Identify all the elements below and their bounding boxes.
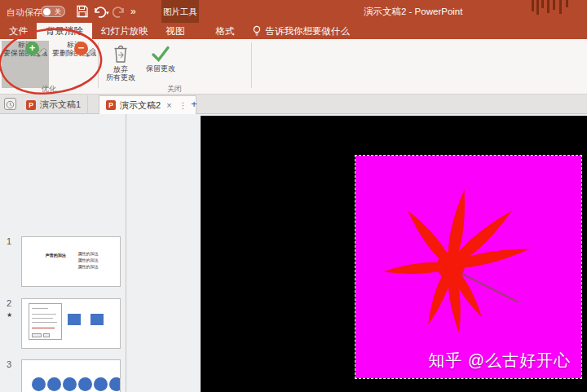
redo-icon[interactable] [113, 4, 127, 19]
tell-me-box[interactable]: 告诉我你想要做什么 [244, 23, 359, 39]
group-divider [98, 42, 99, 88]
maple-leaf-image [355, 156, 581, 378]
picture-background-removal-preview[interactable]: 知乎 @么古好开心 [355, 156, 581, 378]
close-tab-icon[interactable]: × [165, 100, 173, 110]
discard-label-1: 放弃 [103, 65, 139, 73]
keep-changes-label: 保留更改 [140, 64, 181, 73]
trash-icon [113, 44, 129, 64]
slide-number: 1 [7, 236, 11, 246]
mark-remove-button[interactable]: − 标记 要删除的区域 [51, 41, 98, 88]
autosave-toggle-knob [43, 8, 51, 15]
autosave-state-label: 关 [55, 8, 61, 16]
ribbon-background-removal: + 标记 要保留的区域 − 标记 要删除的区域 优化 [0, 39, 587, 95]
powerpoint-window: 自动保存 关 ▾ » 图片工具 演示文稿2 - PowerPoint 文件 [0, 0, 587, 392]
slide-number: 2 [7, 298, 11, 308]
checkmark-icon [151, 45, 170, 63]
window-title: 演示文稿2 - PowerPoint [364, 6, 462, 18]
blue-rectangle-shape [68, 314, 81, 325]
tell-me-label: 告诉我你想要做什么 [266, 25, 351, 37]
new-tab-button[interactable]: + [188, 98, 201, 111]
discard-label-2: 所有更改 [103, 73, 139, 81]
discard-changes-button[interactable]: 放弃 所有更改 [103, 41, 139, 88]
circle-row [32, 377, 121, 391]
document-tab-bar: P 演示文稿1 P 演示文稿2 × ⋮ + [0, 95, 587, 114]
powerpoint-file-icon: P [106, 100, 116, 110]
quick-access-overflow[interactable]: » [130, 6, 135, 17]
panel-divider[interactable] [126, 114, 126, 392]
dialog-screenshot-graphic [29, 303, 62, 341]
save-icon[interactable] [75, 4, 90, 19]
autosave-toggle[interactable]: 关 [41, 6, 65, 17]
slide1-lines: 属性的加法属性的加法属性的加法 [77, 250, 98, 270]
animation-star-icon: ★ [7, 311, 12, 319]
slide-thumbnail-1[interactable]: 声音的加法 属性的加法属性的加法属性的加法 [21, 236, 121, 287]
slide-number: 3 [7, 359, 11, 369]
undo-icon[interactable] [91, 4, 106, 19]
mark-keep-button[interactable]: + 标记 要保留的区域 [2, 41, 49, 88]
doc-tab-presentation1[interactable]: P 演示文稿1 [20, 95, 88, 114]
powerpoint-file-icon: P [26, 100, 36, 110]
tab-view[interactable]: 视图 [157, 23, 194, 39]
picture-tools-header: 图片工具 [161, 0, 199, 23]
pencil-icon [36, 45, 48, 57]
blue-rectangle-shape [90, 314, 104, 325]
keep-changes-button[interactable]: 保留更改 [140, 41, 181, 88]
autosave-label: 自动保存 [7, 7, 42, 19]
tab-slideshow[interactable]: 幻灯片放映 [92, 23, 157, 39]
tab-file[interactable]: 文件 [0, 23, 37, 39]
slide-thumbnail-3[interactable] [21, 359, 121, 392]
lightbulb-icon [252, 25, 262, 37]
slide-canvas[interactable]: 知乎 @么古好开心 [201, 116, 587, 392]
slide1-heading: 声音的加法 [46, 253, 66, 258]
watermark-text: 知乎 @么古好开心 [428, 350, 571, 372]
main-area: 1 2 ★ 3 4 5 声音的加法 属性的加法属性的加法属性的加法 [0, 114, 587, 392]
tab-background-removal[interactable]: 背景消除 [37, 23, 92, 39]
tab-history-button[interactable] [4, 98, 16, 110]
tab-format[interactable]: 格式 [207, 23, 244, 39]
pencil-icon [85, 45, 97, 57]
title-bar: 自动保存 关 ▾ » 图片工具 演示文稿2 - PowerPoint [0, 0, 587, 23]
doc-tab-presentation2[interactable]: P 演示文稿2 × ⋮ [99, 95, 196, 114]
undo-dropdown-caret[interactable]: ▾ [106, 10, 109, 16]
doc-tab-label: 演示文稿2 [120, 99, 161, 112]
group-refine-label: 优化 [0, 84, 98, 95]
group-divider [251, 42, 252, 88]
slide-thumbnail-2[interactable] [21, 298, 121, 349]
clock-icon [5, 99, 15, 110]
decorative-bars [530, 0, 577, 16]
doc-tab-label: 演示文稿1 [40, 99, 81, 111]
ribbon-tab-row: 文件 背景消除 幻灯片放映 视图 格式 告诉我你想要做什么 [0, 23, 587, 39]
group-close-label: 关闭 [98, 84, 251, 95]
